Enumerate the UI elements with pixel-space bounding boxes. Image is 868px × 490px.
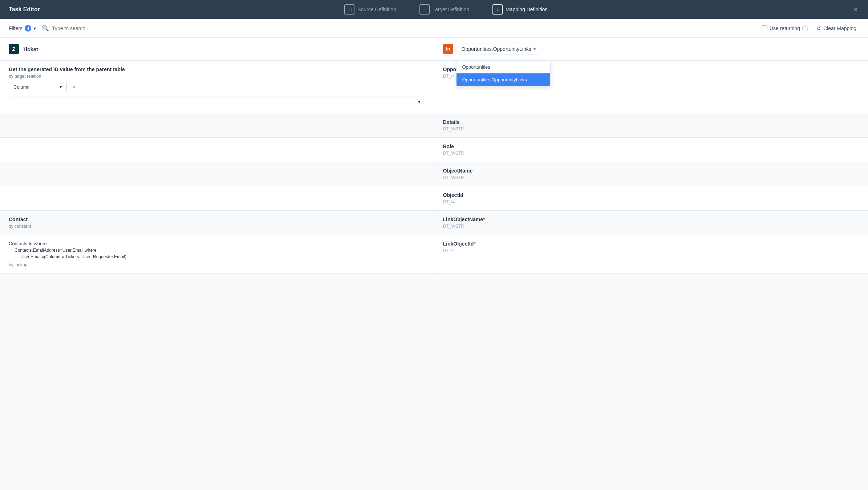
mapping-definition-label: Mapping Definition (506, 7, 548, 12)
app-title: Task Editor (9, 6, 40, 13)
target-selected-value: Opportunities.OpportunityLinks (462, 46, 531, 52)
column-type-dropdown[interactable]: Column ▾ (9, 82, 67, 92)
mapping-row-contact: Contact by constant LinkObjectName* DT_W… (0, 211, 868, 235)
nav-target-definition[interactable]: →| Target Definition (417, 3, 472, 16)
lookup-line3: User.Email=(Column = Tickets_User_Reques… (9, 254, 425, 259)
link-object-name-field-name: LinkObjectName* (443, 216, 860, 222)
target-definition-label: Target Definition (433, 7, 469, 12)
contact-subtitle: by constant (9, 224, 425, 229)
main-content: Z Ticket in Opportunities.OpportunityLin… (0, 38, 868, 490)
top-bar: Task Editor →| Source Definition →| Targ… (0, 0, 868, 19)
target-definition-icon: →| (419, 4, 430, 15)
source-object-label: Ticket (23, 46, 38, 52)
use-returning-checkbox[interactable] (762, 25, 767, 31)
dropdown-item-opportunity-links[interactable]: Opportunities.OpportunityLinks (457, 73, 550, 86)
mapping-definition-icon: ♪ (492, 4, 503, 15)
mapping-row-object-name: ObjectName DT_WSTR (0, 162, 868, 186)
use-returning-label: Use returning (770, 25, 800, 31)
clear-mapping-button[interactable]: ↺ Clear Mapping (814, 24, 859, 33)
clear-mapping-label: Clear Mapping (823, 25, 856, 31)
mapping-row-opportunity-id: Get the generated ID value from the pare… (0, 61, 868, 113)
link-object-id-field-type: DT_I4 (443, 248, 860, 253)
target-cell-role: Role DT_WSTR (434, 138, 868, 162)
insightly-icon: in (443, 44, 453, 54)
target-cell-object-id: ObjectId DT_I4 (434, 186, 868, 210)
filter-chevron-icon: ▾ (33, 25, 36, 31)
filter-bar: Filters 4 ▾ 🔍 Use returning i ↺ Clear Ma… (0, 19, 868, 38)
filter-label[interactable]: Filters 4 ▾ (9, 25, 36, 32)
role-field-type: DT_WSTR (443, 151, 860, 156)
nav-source-definition[interactable]: →| Source Definition (341, 3, 399, 16)
filter-text: Filters (9, 25, 23, 31)
info-icon[interactable]: i (802, 25, 808, 31)
details-field-type: DT_WSTR (443, 126, 860, 131)
link-object-id-field-name: LinkObjectId* (443, 241, 860, 247)
refresh-icon: ↺ (817, 25, 821, 31)
source-cell-object-id (0, 186, 434, 210)
target-cell-object-name: ObjectName DT_WSTR (434, 162, 868, 186)
target-dropdown: Opportunities Opportunities.OpportunityL… (456, 60, 551, 86)
column-value-chevron-icon: ▾ (418, 99, 421, 105)
zendesk-icon: Z (9, 44, 19, 54)
source-definition-label: Source Definition (357, 7, 396, 12)
close-button[interactable]: × (852, 4, 859, 15)
mapping-row-role: Role DT_WSTR (0, 138, 868, 162)
target-selector-chevron-icon: ▾ (534, 46, 536, 52)
search-input[interactable] (52, 25, 187, 31)
source-cell-generated-id: Get the generated ID value from the pare… (0, 61, 434, 113)
source-header: Z Ticket (0, 38, 434, 60)
filter-count: 4 (25, 25, 31, 32)
contact-title: Contact (9, 216, 425, 222)
target-cell-details: Details DT_WSTR (434, 113, 868, 137)
lookup-line1: Contacts.Id where (9, 241, 425, 246)
source-cell-lookup: Contacts.Id where Contacts.EmailAddress=… (0, 235, 434, 273)
filter-bar-right: Use returning i ↺ Clear Mapping (762, 24, 859, 33)
source-cell-role (0, 138, 434, 162)
target-cell-link-object-id: LinkObjectId* DT_I4 (434, 235, 868, 273)
source-cell-object-name (0, 162, 434, 186)
search-icon: 🔍 (42, 25, 49, 32)
source-cell-contact: Contact by constant (0, 211, 434, 235)
target-cell-link-object-name: LinkObjectName* DT_WSTR (434, 211, 868, 235)
object-name-field-type: DT_WSTR (443, 175, 860, 180)
object-name-field-name: ObjectName (443, 168, 860, 174)
source-cell-details (0, 113, 434, 137)
nav-mapping-definition[interactable]: ♪ Mapping Definition (490, 3, 551, 16)
column-dropdown-chevron-icon: ▾ (60, 84, 62, 90)
generated-id-title: Get the generated ID value from the pare… (9, 66, 425, 72)
search-box: 🔍 (42, 25, 187, 32)
target-header: in Opportunities.OpportunityLinks ▾ Oppo… (434, 38, 868, 60)
dropdown-item-opportunities[interactable]: Opportunities (457, 61, 550, 73)
column-select-row: Column ▾ × (9, 82, 425, 92)
top-nav: →| Source Definition →| Target Definitio… (57, 3, 835, 16)
column-value-dropdown[interactable]: ▾ (9, 97, 425, 107)
source-definition-icon: →| (344, 4, 354, 15)
column-type-value: Column (13, 84, 30, 90)
target-object-selector[interactable]: Opportunities.OpportunityLinks ▾ (457, 44, 540, 54)
details-field-name: Details (443, 119, 860, 125)
link-object-name-field-type: DT_WSTR (443, 224, 860, 229)
use-returning-toggle[interactable]: Use returning i (762, 25, 808, 31)
generated-id-subtitle: by target relation (9, 74, 425, 79)
role-field-name: Role (443, 143, 860, 149)
mapping-row-link-object-id: Contacts.Id where Contacts.EmailAddress=… (0, 235, 868, 274)
remove-column-button[interactable]: × (70, 83, 78, 92)
lookup-line2: Contacts.EmailAddress=User.Email where (9, 248, 425, 253)
object-id-field-type: DT_I4 (443, 199, 860, 204)
mapping-row-details: Details DT_WSTR (0, 113, 868, 138)
object-id-field-name: ObjectId (443, 192, 860, 198)
mapping-row-object-id: ObjectId DT_I4 (0, 186, 868, 211)
mapping-header: Z Ticket in Opportunities.OpportunityLin… (0, 38, 868, 61)
by-lookup-label: by lookup (9, 262, 425, 267)
